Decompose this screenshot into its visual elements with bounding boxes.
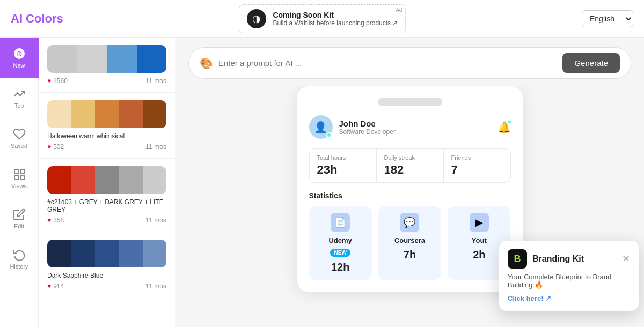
stats-row: Total hours 23h Daily streak 182 Friends… (309, 148, 511, 183)
palette-name: Halloween warm whimsical (47, 132, 166, 140)
nav-item-new[interactable]: ⊕ New (0, 38, 39, 78)
generate-button[interactable]: Generate (562, 53, 620, 73)
color-strip (47, 240, 166, 267)
ad-title: Coming Soon Kit (273, 11, 398, 19)
prompt-bar: 🎨 Generate (188, 47, 631, 79)
palette-meta: ♥ 502 11 mos (47, 143, 166, 151)
palette-meta: ♥ 1560 11 mos (47, 77, 166, 85)
color-strip (47, 166, 166, 194)
svg-rect-2 (14, 169, 18, 173)
logo: AI Colors (11, 12, 63, 26)
list-item[interactable]: Halloween warm whimsical ♥ 502 11 mos (39, 93, 175, 159)
stat-friends: Friends 7 (444, 149, 510, 182)
user-row: 👤 John Doe Software Developer 🔔 (309, 115, 511, 139)
svg-rect-3 (20, 169, 24, 173)
card-top-bar (378, 98, 442, 106)
nav-item-saved[interactable]: Saved (0, 118, 39, 158)
avatar: 👤 (309, 115, 333, 139)
popup-header: B Branding Kit ✕ (508, 249, 630, 269)
ad-subtitle: Build a Waitlist before launching produc… (273, 19, 398, 27)
nav-item-top[interactable]: Top (0, 78, 39, 118)
prompt-input[interactable] (218, 58, 557, 68)
popup-link[interactable]: Click here! ↗ (508, 294, 630, 302)
youtube-icon: ▶ (470, 213, 489, 232)
nav-item-history[interactable]: History (0, 239, 39, 279)
language-select[interactable]: English Español Français Deutsch (582, 10, 633, 27)
course-card-coursera[interactable]: 💬 Coursera 7h (378, 206, 441, 280)
coursera-icon: 💬 (400, 213, 419, 232)
list-item[interactable]: #c21d03 + GREY + DARK GREY + LITE GREY ♥… (39, 159, 175, 232)
stat-daily-streak: Daily streak 182 (377, 149, 444, 182)
stat-total-hours: Total hours 23h (310, 149, 377, 182)
header: AI Colors Ad ◑ Coming Soon Kit Build a W… (0, 0, 644, 38)
side-nav: ⊕ New Top Saved Views Edit History (0, 38, 39, 327)
nav-item-edit[interactable]: Edit (0, 198, 39, 239)
ad-icon: ◑ (247, 9, 266, 28)
list-item[interactable]: ♥ 1560 11 mos (39, 38, 175, 93)
user-info: John Doe Software Developer (339, 119, 396, 136)
popup-title: Branding Kit (532, 254, 584, 264)
popup-close-button[interactable]: ✕ (622, 253, 630, 265)
udemy-icon: 📄 (331, 213, 350, 232)
preview-area: 👤 John Doe Software Developer 🔔 (175, 86, 644, 327)
user-name: John Doe (339, 119, 396, 128)
dashboard-card: 👤 John Doe Software Developer 🔔 (297, 86, 523, 292)
avatar-wrap: 👤 John Doe Software Developer (309, 115, 396, 139)
main-content: 🎨 Generate 👤 John Doe Softwa (175, 38, 644, 327)
color-strip (47, 100, 166, 128)
body-row: ⊕ New Top Saved Views Edit History (0, 38, 644, 327)
palette-name: #c21d03 + GREY + DARK GREY + LITE GREY (47, 198, 166, 213)
avatar-online-dot (326, 132, 332, 138)
bell-notification-dot (507, 120, 512, 124)
nav-item-views[interactable]: Views (0, 158, 39, 198)
external-link-icon: ↗ (545, 294, 551, 302)
bell-wrap[interactable]: 🔔 (497, 121, 511, 133)
svg-text:⊕: ⊕ (16, 49, 23, 58)
statistics-title: Statistics (309, 191, 511, 200)
ad-banner[interactable]: Ad ◑ Coming Soon Kit Build a Waitlist be… (239, 4, 406, 33)
popup-logo-icon: B (508, 249, 527, 269)
course-card-udemy[interactable]: 📄 Udemy NEW 12h (309, 206, 372, 280)
svg-rect-5 (14, 175, 18, 179)
palette-meta: ♥ 914 11 mos (47, 283, 166, 290)
branding-popup: B Branding Kit ✕ Your Complete Blueprint… (499, 241, 639, 311)
palette-meta: ♥ 358 11 mos (47, 217, 166, 224)
courses-row: 📄 Udemy NEW 12h 💬 Coursera 7h ▶ Yout 2h (309, 206, 511, 280)
color-strip (47, 45, 166, 73)
palette-name: Dark Sapphire Blue (47, 272, 166, 279)
list-item[interactable]: Dark Sapphire Blue ♥ 914 11 mos (39, 232, 175, 298)
ad-label: Ad (396, 7, 402, 13)
ad-text: Coming Soon Kit Build a Waitlist before … (273, 11, 398, 27)
sidebar-palette-list: ♥ 1560 11 mos Halloween warm whimsical ♥… (39, 38, 175, 327)
popup-title-row: B Branding Kit (508, 249, 584, 269)
palette-icon: 🎨 (200, 57, 213, 70)
popup-description: Your Complete Blueprint to Brand Buildin… (508, 273, 630, 289)
user-role: Software Developer (339, 128, 396, 136)
svg-rect-4 (20, 175, 24, 179)
